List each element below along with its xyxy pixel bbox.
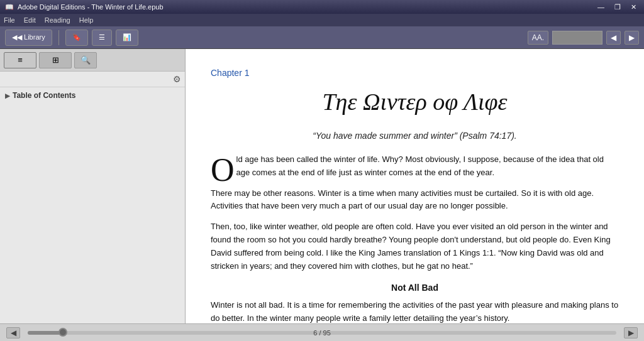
search-icon: 🔍 — [80, 55, 91, 65]
close-button[interactable]: ✕ — [628, 3, 639, 11]
titlebar-title: Adobe Digital Editions - The Winter of L… — [18, 3, 164, 11]
sidebar: ≡ ⊞ 🔍 ⚙ ▶ Table of Contents — [0, 49, 186, 323]
toc-label: Table of Contents — [13, 91, 75, 100]
sidebar-content: ▶ Table of Contents — [0, 87, 185, 323]
paragraph-4: Winter is not all bad. It is a time for … — [211, 299, 619, 323]
book-quote: “You have made summer and winter” (Psalm… — [211, 131, 619, 141]
reader-area: Chapter 1 Tηε Ωιντερ οφ Λιφε “You have m… — [186, 49, 644, 323]
font-size-button[interactable]: AA. — [528, 31, 548, 45]
toolbar-separator-1 — [58, 30, 59, 45]
list-view-icon: ≡ — [18, 55, 23, 65]
settings-button[interactable]: ⚙ — [173, 74, 181, 84]
next-page-button[interactable]: ▶ — [624, 327, 638, 338]
back-arrow-icon: ◀ — [12, 33, 17, 41]
page-indicator: 6 / 95 — [313, 329, 331, 337]
list-view-button[interactable]: ☰ — [92, 30, 112, 46]
graph-icon: 📊 — [123, 33, 131, 41]
library-label: ◀ Library — [17, 33, 45, 41]
titlebar: 📖 Adobe Digital Editions - The Winter of… — [0, 0, 644, 14]
menu-reading[interactable]: Reading — [45, 16, 70, 24]
toc-header[interactable]: ▶ Table of Contents — [5, 91, 180, 100]
sidebar-search-button[interactable]: 🔍 — [74, 52, 97, 68]
prev-page-button[interactable]: ◀ — [6, 327, 20, 338]
sidebar-toolbar: ≡ ⊞ 🔍 — [0, 49, 185, 72]
drop-cap: O — [211, 157, 235, 183]
main-area: ≡ ⊞ 🔍 ⚙ ▶ Table of Contents Chapter 1 Tη… — [0, 49, 644, 323]
bookmark-icon: 🔖 — [72, 33, 81, 41]
sidebar-grid-btn[interactable]: ⊞ — [39, 52, 72, 68]
menu-help[interactable]: Help — [79, 16, 94, 24]
sidebar-list-btn[interactable]: ≡ — [4, 52, 36, 68]
paragraph-1: O ld age has been called the winter of l… — [211, 153, 619, 180]
section-heading: Not All Bad — [211, 283, 619, 293]
chapter-label: Chapter 1 — [211, 68, 619, 78]
paragraph-3: Then, too, like winter weather, old peop… — [211, 220, 619, 273]
library-button[interactable]: ◀ ◀ Library — [5, 30, 52, 46]
titlebar-left: 📖 Adobe Digital Editions - The Winter of… — [5, 3, 164, 11]
menu-file[interactable]: File — [4, 16, 15, 24]
toolbar: ◀ ◀ Library 🔖 ☰ 📊 AA. ◀ ▶ — [0, 26, 644, 49]
gear-icon: ⚙ — [173, 74, 181, 84]
bottombar: ◀ ▶ 6 / 95 — [0, 323, 644, 341]
list-icon: ☰ — [99, 33, 105, 41]
book-title: Tηε Ωιντερ οφ Λιφε — [211, 88, 619, 116]
maximize-button[interactable]: ❐ — [612, 3, 623, 11]
toc-arrow-icon: ▶ — [5, 92, 10, 99]
prev-nav-button[interactable]: ◀ — [606, 31, 621, 45]
toolbar-right: AA. ◀ ▶ — [528, 31, 639, 45]
bookmark-button[interactable]: 🔖 — [65, 30, 88, 46]
search-input[interactable] — [552, 31, 602, 45]
progress-thumb — [58, 328, 67, 337]
next-nav-button[interactable]: ▶ — [625, 31, 639, 45]
paragraph-2: There may be other reasons. Winter is a … — [211, 187, 619, 214]
titlebar-controls: — ❐ ✕ — [595, 3, 639, 11]
paragraph-1-text: ld age has been called the winter of lif… — [236, 154, 604, 177]
graph-button[interactable]: 📊 — [116, 30, 138, 46]
menu-edit[interactable]: Edit — [24, 16, 36, 24]
grid-view-icon: ⊞ — [52, 55, 59, 65]
minimize-button[interactable]: — — [595, 3, 607, 11]
sidebar-settings-bar: ⚙ — [0, 72, 185, 87]
menubar: File Edit Reading Help — [0, 14, 644, 26]
app-icon: 📖 — [5, 3, 14, 11]
progress-fill — [28, 331, 63, 335]
